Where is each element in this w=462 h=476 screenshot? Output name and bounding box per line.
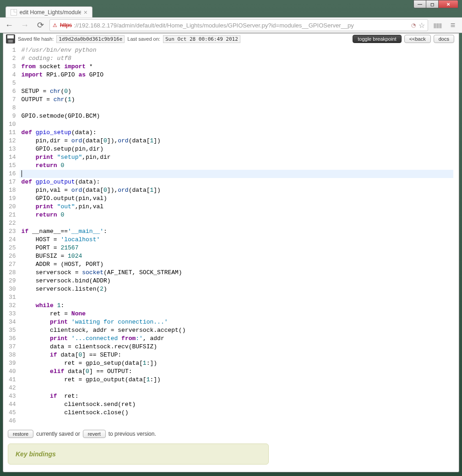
code-line[interactable]: print '...connected from:', addr (20, 335, 453, 343)
forward-button[interactable]: → (18, 19, 31, 32)
code-line[interactable]: return 0 (20, 162, 453, 170)
line-number: 15 (9, 162, 16, 170)
code-line[interactable]: pin,dir = ord(data[0]),ord(data[1]) (20, 137, 453, 145)
code-line[interactable] (20, 79, 453, 87)
code-line[interactable] (20, 120, 453, 129)
reload-button[interactable]: ⟳ (34, 19, 47, 32)
code-line[interactable]: ADDR = (HOST, PORT) (20, 260, 453, 269)
revert-button[interactable]: revert (83, 430, 106, 438)
line-number: 18 (9, 186, 16, 195)
line-number: 25 (9, 244, 16, 252)
chrome-menu-icon[interactable]: ≡ (446, 19, 459, 32)
line-number: 35 (9, 326, 16, 335)
line-number: 33 (9, 310, 16, 318)
code-line[interactable]: BUFSIZ = 1024 (20, 252, 453, 260)
code-line[interactable]: elif data[0] == OUTPUT: (20, 368, 453, 376)
line-number: 42 (9, 384, 16, 392)
code-area[interactable]: #!/usr/bin/env python# coding: utf8from … (20, 46, 453, 425)
last-saved-label: Last saved on: (127, 36, 160, 42)
line-number: 10 (9, 120, 16, 129)
toggle-breakpoint-button[interactable]: toggle breakpoint (353, 35, 401, 43)
save-icon[interactable] (6, 34, 15, 43)
code-line[interactable]: # coding: utf8 (20, 54, 453, 63)
line-number: 43 (9, 392, 16, 400)
code-line[interactable]: print "out",pin,val (20, 203, 453, 211)
line-number: 16 (9, 170, 16, 178)
page-action-icon[interactable]: ◔ (411, 22, 416, 28)
code-line[interactable]: ret = None (20, 310, 453, 318)
line-number: 44 (9, 400, 16, 409)
code-line[interactable]: PORT = 21567 (20, 244, 453, 252)
back-editor-button[interactable]: <<back (404, 35, 431, 43)
back-button[interactable]: ← (3, 19, 16, 32)
code-line[interactable]: OUTPUT = chr(1) (20, 96, 453, 104)
code-line[interactable]: data = clientsock.recv(BUFSIZ) (20, 343, 453, 351)
line-number: 34 (9, 318, 16, 326)
code-line[interactable]: if ret: (20, 392, 453, 400)
code-line[interactable] (20, 104, 453, 112)
line-number: 38 (9, 351, 16, 359)
line-number: 26 (9, 252, 16, 260)
restore-button[interactable]: restore (8, 430, 33, 438)
code-line[interactable]: clientsock, addr = serversock.accept() (20, 326, 453, 335)
code-line[interactable]: SETUP = chr(0) (20, 87, 453, 96)
line-number: 40 (9, 368, 16, 376)
code-line[interactable]: GPIO.setup(pin,dir) (20, 145, 453, 153)
code-line[interactable] (20, 170, 453, 178)
address-bar[interactable]: ⚠ https ://192.168.2.179/admin/default/e… (49, 19, 428, 31)
code-line[interactable]: GPIO.setmode(GPIO.BCM) (20, 112, 453, 120)
code-line[interactable]: print 'waiting for connection...' (20, 318, 453, 326)
line-number: 13 (9, 145, 16, 153)
line-gutter: 1234567891011121314151617181920212223242… (7, 46, 20, 425)
last-saved-value: Sun Oct 28 00:06:49 2012 (163, 35, 240, 43)
code-line[interactable]: from socket import * (20, 63, 453, 71)
code-line[interactable]: while 1: (20, 302, 453, 310)
browser-toolbar: ← → ⟳ ⚠ https ://192.168.2.179/admin/def… (0, 17, 462, 33)
code-line[interactable] (20, 417, 453, 425)
bottom-text-2: to previous version. (109, 431, 156, 437)
code-line[interactable]: if data[0] == SETUP: (20, 351, 453, 359)
maximize-button[interactable]: ◻ (426, 0, 439, 8)
code-line[interactable]: HOST = 'localhost' (20, 236, 453, 244)
code-line[interactable]: print "setup",pin,dir (20, 153, 453, 162)
line-number: 2 (9, 54, 16, 63)
extensions-icon[interactable]: ▮▮▮ (431, 19, 444, 32)
line-number: 32 (9, 302, 16, 310)
code-line[interactable] (20, 293, 453, 302)
line-number: 14 (9, 153, 16, 162)
line-number: 24 (9, 236, 16, 244)
line-number: 5 (9, 79, 16, 87)
code-editor[interactable]: 1234567891011121314151617181920212223242… (7, 46, 453, 425)
code-line[interactable] (20, 384, 453, 392)
keybindings-title: Key bindings (16, 450, 261, 458)
bookmark-icon[interactable]: ☆ (419, 21, 425, 30)
code-line[interactable]: clientsock.send(ret) (20, 400, 453, 409)
code-line[interactable]: GPIO.output(pin,val) (20, 195, 453, 203)
line-number: 8 (9, 104, 16, 112)
line-number: 4 (9, 71, 16, 79)
code-line[interactable]: #!/usr/bin/env python (20, 46, 453, 54)
code-line[interactable]: pin,val = ord(data[0]),ord(data[1]) (20, 186, 453, 195)
code-line[interactable]: def gpio_output(data): (20, 178, 453, 186)
docs-button[interactable]: docs (434, 35, 454, 43)
line-number: 6 (9, 87, 16, 96)
code-line[interactable]: ret = gpio_setup(data[1:]) (20, 359, 453, 368)
code-line[interactable]: if __name__=='__main__': (20, 227, 453, 236)
browser-tab[interactable]: edit Home_Lights/module × (5, 6, 92, 17)
tab-close-icon[interactable]: × (84, 9, 87, 16)
code-line[interactable] (20, 219, 453, 227)
code-line[interactable]: ret = gpio_output(data[1:]) (20, 376, 453, 384)
window-controls: — ◻ ✕ (414, 0, 458, 8)
version-controls: restore currently saved or revert to pre… (3, 427, 457, 441)
code-line[interactable]: return 0 (20, 211, 453, 219)
code-line[interactable]: serversock = socket(AF_INET, SOCK_STREAM… (20, 269, 453, 277)
code-line[interactable]: serversock.bind(ADDR) (20, 277, 453, 285)
close-button[interactable]: ✕ (438, 0, 458, 8)
line-number: 39 (9, 359, 16, 368)
minimize-button[interactable]: — (413, 0, 426, 8)
code-line[interactable]: def gpio_setup(data): (20, 129, 453, 137)
code-line[interactable]: clientsock.close() (20, 409, 453, 417)
line-number: 28 (9, 269, 16, 277)
code-line[interactable]: import RPi.GPIO as GPIO (20, 71, 453, 79)
code-line[interactable]: serversock.listen(2) (20, 285, 453, 293)
